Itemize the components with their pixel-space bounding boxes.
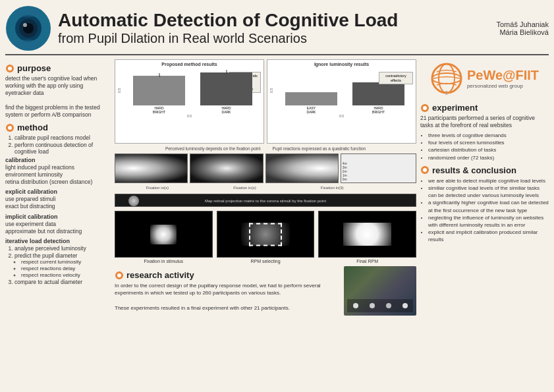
iterative-title: iterative load detection — [5, 238, 111, 244]
exp-bullet-2: four levels of screen luminosities — [428, 139, 549, 146]
eye-logo — [5, 5, 51, 51]
bar-3 — [285, 92, 337, 105]
svg-point-25 — [432, 64, 461, 93]
lum-scale: 4m3m2m1m0m — [341, 154, 416, 183]
purpose-header: purpose — [5, 63, 111, 73]
results-title: results & conclusion — [432, 165, 516, 175]
svg-rect-24 — [121, 275, 123, 275]
svg-rect-15 — [10, 124, 11, 126]
purpose-body: detect the user's cognitive load when wo… — [5, 75, 111, 119]
lum-label-spacer — [377, 186, 416, 190]
pewe-globe-icon: ∑ — [430, 62, 463, 95]
bar-group-2: HARDDARK — [194, 72, 259, 114]
header-titles: Automatic Detection of Cognitive Load fr… — [58, 11, 490, 47]
svg-point-4 — [23, 23, 27, 27]
method-item-1: calibrate pupil reactions model — [14, 134, 111, 141]
bar-group-3: EASYDARK — [279, 92, 344, 114]
bar-label-4: HARDBRIGHT — [372, 107, 385, 114]
fixation-img-1 — [115, 211, 213, 258]
iterative-item-3: compare to actual diameter — [14, 279, 111, 285]
proposed-chart-title: Proposed method results — [117, 62, 262, 67]
left-column: purpose detect the user's cognitive load… — [5, 59, 111, 387]
svg-point-20 — [117, 273, 121, 277]
proposed-chart-note: 0.0 — [117, 114, 262, 118]
pewe-subtitle: personalized web group — [467, 83, 539, 89]
svg-point-27 — [432, 73, 461, 84]
experiment-body: 21 participants performed a series of co… — [420, 115, 549, 129]
map-row: Map retinal projection matrix to the cor… — [115, 194, 416, 207]
middle-column: Proposed method results same demands+dif… — [115, 59, 416, 387]
sub-item-1: respect current luminosity — [21, 259, 111, 265]
svg-point-30 — [423, 106, 427, 110]
purpose-title: purpose — [17, 63, 51, 73]
y-axis-label-left: 0.5 — [117, 68, 124, 114]
res-bullet-4: neglecting the influence of luminosity o… — [428, 214, 549, 229]
res-bullet-1: we are able to detect multiple cognitive… — [428, 177, 549, 184]
lum-img-labels: Fixation in(x) Fixation in(z) Fixation i… — [115, 186, 416, 190]
exp-bullet-1: three levels of cognitive demands — [428, 132, 549, 139]
bar-group-area: HARDBRIGHT HARDDARK — [124, 68, 262, 114]
results-header: results & conclusion — [420, 165, 549, 175]
svg-point-6 — [15, 40, 42, 50]
lum-label-2: Fixation in(z) — [202, 186, 288, 190]
lum-scale-label: 4m3m2m1m0m — [343, 161, 347, 181]
research-icon — [115, 271, 124, 280]
svg-point-26 — [439, 64, 455, 93]
svg-rect-10 — [10, 70, 11, 72]
svg-rect-16 — [10, 130, 11, 132]
fixation-glow-1 — [150, 225, 177, 244]
iterative-list: analyse perceived luminosity predict the… — [5, 245, 111, 285]
svg-rect-34 — [427, 107, 429, 108]
svg-rect-18 — [12, 127, 14, 128]
y-axis-label-right: 0.5 — [269, 68, 276, 114]
implicit-body: use experiment dataapproximate but not d… — [5, 221, 111, 235]
sub-item-2: respect reactions delay — [21, 266, 111, 271]
purpose-icon — [5, 64, 14, 73]
calibration-body: light induced pupil reactions environmen… — [5, 164, 111, 186]
svg-rect-23 — [115, 275, 117, 275]
method-header: method — [5, 123, 111, 132]
fixation-block-3: Final RPM — [318, 211, 416, 264]
ignore-chart: Ignore luminosity results contradictorye… — [267, 59, 416, 144]
ignore-chart-note: 0.0 — [269, 114, 414, 118]
research-title: research activity — [126, 270, 194, 280]
bar-group-4: HARDBRIGHT — [346, 82, 411, 114]
lum-label: Perceived luminosity depends on the fixa… — [115, 146, 416, 151]
author-name1: Tomáš Juhaniak — [497, 20, 549, 28]
svg-rect-17 — [6, 127, 8, 128]
res-bullet-2: similiar cognitive load levels of the si… — [428, 184, 549, 199]
exp-bullet-4: randomized order (72 tasks) — [428, 154, 549, 161]
fixation-glow-3 — [343, 223, 391, 246]
rpm-dashed-box — [249, 223, 282, 246]
method-icon — [5, 123, 14, 132]
right-column: ∑ PeWe@FIIT personalized web group expe — [420, 59, 549, 387]
svg-rect-31 — [425, 104, 426, 106]
person-4 — [402, 303, 408, 308]
research-image — [344, 266, 416, 316]
results-bullets: we are able to detect multiple cognitive… — [420, 177, 549, 244]
svg-rect-32 — [425, 110, 426, 112]
experiment-icon — [420, 103, 429, 113]
research-text-block: research activity In order to the correc… — [115, 266, 341, 387]
bar-group-1: HARDBRIGHT — [126, 76, 192, 114]
fixation-img-3 — [318, 211, 416, 258]
svg-rect-9 — [10, 65, 11, 67]
chart-note-right: contradictoryeffects — [379, 72, 413, 84]
fixation-row: Fixation in stimulus RPM selecting Final… — [115, 211, 416, 264]
svg-point-14 — [8, 126, 12, 130]
experiment-header: experiment — [420, 103, 549, 113]
svg-point-36 — [423, 168, 427, 172]
content: purpose detect the user's cognitive load… — [5, 59, 549, 387]
research-header: research activity — [115, 270, 341, 280]
lum-img-3 — [265, 154, 339, 183]
iterative-item-1: analyse perceived luminosity — [14, 245, 111, 252]
bar-label-1: HARDBRIGHT — [153, 107, 165, 114]
header: Automatic Detection of Cognitive Load fr… — [5, 5, 549, 55]
lum-img-2 — [190, 154, 263, 183]
bar-label-2: HARDDARK — [221, 107, 231, 114]
fixation-label-1: Fixation in stimulus — [144, 259, 184, 264]
svg-rect-39 — [421, 170, 423, 171]
error-bar-2 — [226, 70, 227, 74]
bar-2 — [200, 72, 252, 105]
author-name2: Mária Bieliková — [497, 28, 549, 36]
